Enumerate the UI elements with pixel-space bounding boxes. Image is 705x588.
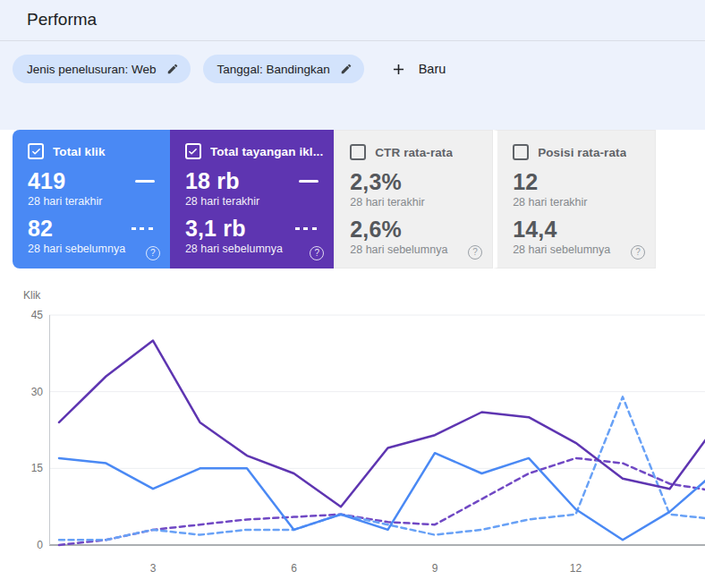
metric-card-label: Posisi rata-rata — [538, 146, 626, 159]
series-line-total-tayangan-iklan-28-hari-terakhir-[interactable] — [59, 341, 705, 507]
x-tick-label: 12 — [570, 562, 582, 575]
new-filter-button[interactable]: Baru — [385, 57, 452, 81]
metric-caption-current: 28 hari terakhir — [350, 196, 481, 209]
performance-chart-section: 0153045Klik36912 — [0, 277, 705, 588]
x-tick-label: 9 — [432, 562, 438, 575]
y-tick-label: 15 — [31, 462, 44, 474]
solid-line-legend-icon — [299, 180, 319, 183]
y-tick-label: 30 — [31, 386, 44, 398]
metric-caption-previous: 28 hari sebelumnya — [513, 243, 644, 256]
y-axis-title: Klik — [23, 289, 41, 302]
metric-value-current: 2,3% — [350, 170, 402, 194]
header-divider — [0, 40, 705, 41]
metric-caption-previous: 28 hari sebelumnya — [350, 243, 481, 256]
metric-value-previous: 14,4 — [513, 217, 556, 242]
metric-caption-current: 28 hari terakhir — [185, 195, 323, 208]
series-line-total-klik-28-hari-terakhir-[interactable] — [59, 453, 705, 540]
metric-cards-row: Total klik 419 28 hari terakhir 82 28 ha… — [13, 130, 656, 268]
filter-chip-search-type[interactable]: Jenis penelusuran: Web — [13, 55, 191, 83]
metric-caption-current: 28 hari terakhir — [513, 196, 644, 209]
series-line-total-tayangan-iklan-28-hari-sebelumnya-[interactable] — [59, 458, 705, 545]
dashed-line-legend-icon — [295, 227, 319, 231]
metric-caption-previous: 28 hari sebelumnya — [185, 243, 323, 255]
help-icon[interactable]: ? — [146, 246, 160, 260]
metric-card-label: Total klik — [53, 145, 106, 158]
metric-card-total-tayangan[interactable]: Total tayangan ikl... 18 rb 28 hari tera… — [170, 130, 334, 268]
x-tick-label: 3 — [150, 562, 157, 575]
metric-card-label: Total tayangan ikl... — [210, 145, 323, 158]
metric-card-total-klik[interactable]: Total klik 419 28 hari terakhir 82 28 ha… — [13, 130, 170, 268]
dashed-line-legend-icon — [132, 227, 155, 231]
metric-caption-current: 28 hari terakhir — [28, 195, 159, 208]
checkbox-total-klik[interactable] — [28, 143, 44, 159]
checkbox-total-tayangan[interactable] — [185, 143, 201, 159]
metric-value-previous: 82 — [28, 217, 53, 241]
performance-line-chart[interactable]: 0153045Klik36912 — [0, 277, 705, 588]
new-filter-label: Baru — [419, 62, 446, 76]
filter-chip-date-compare[interactable]: Tanggal: Bandingkan — [203, 55, 364, 83]
metric-value-current: 12 — [513, 170, 538, 194]
checkbox-ctr[interactable] — [350, 144, 366, 160]
metric-value-previous: 3,1 rb — [185, 217, 246, 241]
filter-chip-label: Jenis penelusuran: Web — [27, 63, 157, 76]
metric-card-ctr[interactable]: CTR rata-rata 2,3% 28 hari terakhir 2,6%… — [334, 130, 493, 268]
metric-card-label: CTR rata-rata — [375, 146, 453, 159]
help-icon[interactable]: ? — [631, 245, 645, 260]
filter-bar: Jenis penelusuran: Web Tanggal: Bandingk… — [13, 55, 451, 83]
pencil-icon[interactable] — [340, 63, 352, 75]
pencil-icon[interactable] — [166, 63, 179, 75]
help-icon[interactable]: ? — [468, 245, 482, 260]
metric-caption-previous: 28 hari sebelumnya — [28, 243, 159, 255]
y-tick-label: 0 — [37, 539, 43, 551]
metric-value-current: 419 — [28, 169, 65, 193]
y-tick-label: 45 — [31, 309, 44, 321]
x-tick-label: 6 — [291, 562, 297, 575]
page-title: Performa — [27, 10, 97, 30]
plus-icon — [390, 61, 407, 78]
filter-chip-label: Tanggal: Bandingkan — [217, 63, 330, 76]
solid-line-legend-icon — [135, 180, 155, 183]
page-header: Performa Jenis penelusuran: Web Tanggal:… — [0, 0, 705, 130]
checkbox-posisi[interactable] — [513, 144, 529, 160]
metric-card-posisi[interactable]: Posisi rata-rata 12 28 hari terakhir 14,… — [493, 130, 656, 268]
metric-value-current: 18 rb — [185, 169, 240, 193]
metric-value-previous: 2,6% — [350, 217, 402, 242]
help-icon[interactable]: ? — [310, 246, 324, 260]
